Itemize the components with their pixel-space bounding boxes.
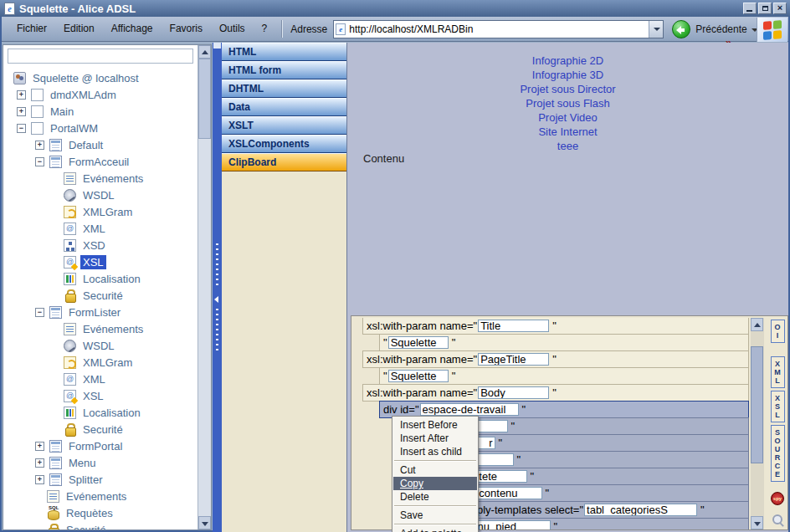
content-link-projet-video[interactable]: Projet Video	[347, 110, 788, 125]
back-button[interactable]	[672, 20, 690, 38]
tree-item-formlister[interactable]: −FormLister	[5, 304, 198, 320]
menu-[interactable]: ?	[254, 17, 276, 41]
tree-item-xsl[interactable]: XSL	[5, 253, 198, 270]
editor-row-value-input[interactable]	[478, 353, 549, 366]
tree-item-ev-nements[interactable]: Evénements	[5, 488, 198, 504]
editor-row-value-input[interactable]	[478, 386, 549, 399]
editor-row-value-input[interactable]	[584, 504, 697, 516]
context-menu-item-insert-after[interactable]: Insert After	[393, 432, 477, 445]
tree-item-securit[interactable]: Securité	[5, 521, 198, 529]
editor-row[interactable]: xsl:with-param name=""	[362, 384, 749, 402]
editor-row[interactable]: xsl:with-param name=""	[362, 318, 749, 335]
menu-edition[interactable]: Edition	[55, 17, 103, 41]
tree-item-xml[interactable]: XML	[5, 371, 198, 387]
tree-item-splitter[interactable]: +Splitter	[5, 471, 198, 488]
tree-item-localisation[interactable]: Localisation	[5, 270, 198, 287]
palette-section-html-form[interactable]: HTML form	[222, 61, 346, 79]
side-button-source[interactable]: SOURCE	[771, 425, 785, 482]
address-dropdown-button[interactable]	[649, 21, 663, 38]
tree-item-menu[interactable]: +Menu	[5, 454, 198, 471]
palette-section-xslcomponents[interactable]: XSLComponents	[222, 135, 346, 153]
editor-row-value-input[interactable]	[420, 403, 519, 416]
palette-section-dhtml[interactable]: DHTML	[222, 79, 346, 98]
tree-search-input[interactable]	[8, 49, 193, 64]
tree-item-formportal[interactable]: +FormPortal	[5, 437, 198, 454]
tree-item-xsl[interactable]: XSL	[5, 387, 198, 404]
tree-item-xsd[interactable]: XSD	[5, 237, 198, 253]
context-menu-item-delete[interactable]: Delete	[393, 490, 477, 504]
tree-item-localisation[interactable]: Localisation	[5, 404, 198, 421]
expand-icon[interactable]: +	[35, 458, 44, 468]
menu-affichage[interactable]: Affichage	[103, 17, 162, 41]
close-button[interactable]: ×	[773, 3, 787, 14]
editor-scrollbar[interactable]	[751, 318, 764, 529]
context-menu-item-add-to-palette[interactable]: Add to palette	[393, 527, 477, 532]
tree-item-xmlgram[interactable]: XMLGram	[5, 354, 198, 371]
tree-item-formacceuil[interactable]: −FormAcceuil	[5, 153, 198, 170]
tree-item-portalwm[interactable]: −PortalWM	[5, 120, 198, 136]
tree-item-ev-nements[interactable]: Evénements	[5, 320, 198, 337]
palette-section-data[interactable]: Data	[222, 98, 346, 116]
palette-section-xslt[interactable]: XSLT	[222, 116, 346, 135]
editor-row-value-input[interactable]	[478, 320, 549, 332]
restore-button[interactable]	[758, 3, 772, 14]
menu-outils[interactable]: Outils	[211, 17, 254, 41]
expand-icon[interactable]: +	[35, 475, 44, 484]
magnifier-icon[interactable]	[772, 514, 784, 526]
collapse-icon[interactable]: −	[35, 308, 44, 317]
palette-section-html[interactable]: HTML	[222, 43, 346, 61]
scroll-down-button[interactable]	[751, 516, 763, 529]
content-link-infographie-2d[interactable]: Infographie 2D	[347, 54, 788, 68]
editor-row[interactable]: ""	[379, 334, 749, 351]
menu-favoris[interactable]: Favoris	[162, 17, 211, 41]
content-link-projet-sous-director[interactable]: Projet sous Director	[347, 82, 788, 96]
scroll-thumb[interactable]	[198, 59, 211, 139]
editor-row-value-input[interactable]	[388, 336, 449, 349]
content-link-projet-sous-flash[interactable]: Projet sous Flash	[347, 96, 788, 110]
side-button-xml[interactable]: XML	[771, 356, 785, 388]
tree-item-ev-nements[interactable]: Evénements	[5, 170, 198, 187]
tree-scrollbar[interactable]	[198, 45, 211, 529]
scroll-up-button[interactable]	[751, 318, 763, 331]
side-button-oi[interactable]: OI	[771, 320, 785, 343]
tree-item-xmlgram[interactable]: XMLGram	[5, 203, 198, 220]
expand-icon[interactable]: +	[35, 141, 44, 150]
editor-row-value-input[interactable]	[388, 370, 449, 382]
tree-item-xml[interactable]: XML	[5, 220, 198, 237]
palette-section-clipboard[interactable]: ClipBoard	[222, 153, 346, 171]
context-menu-item-cut[interactable]: Cut	[393, 463, 477, 477]
minimize-button[interactable]	[743, 3, 757, 14]
context-menu-item-save[interactable]: Save	[393, 509, 477, 522]
tree-item-squelette-localhost[interactable]: Squelette @ localhost	[5, 69, 198, 86]
expand-icon[interactable]: +	[35, 442, 44, 451]
tree-item-dmdxmladm[interactable]: +dmdXMLAdm	[5, 86, 198, 103]
scroll-up-button[interactable]	[198, 45, 211, 59]
tree-item-securit[interactable]: Securité	[5, 287, 198, 304]
spy-icon[interactable]: spy	[771, 492, 784, 505]
content-link-infographie-3d[interactable]: Infographie 3D	[347, 68, 788, 82]
menu-fichier[interactable]: Fichier	[8, 17, 55, 41]
scroll-down-button[interactable]	[198, 516, 211, 529]
tree-item-securit[interactable]: Securité	[5, 421, 198, 437]
expand-icon[interactable]: +	[17, 90, 26, 100]
tree-item-wsdl[interactable]: WSDL	[5, 337, 198, 354]
editor-row[interactable]: ""	[379, 367, 749, 385]
scroll-thumb[interactable]	[751, 346, 763, 463]
side-button-xsl[interactable]: XSL	[771, 391, 785, 422]
content-link-site-internet[interactable]: Site Internet	[347, 125, 788, 139]
collapse-left-icon[interactable]	[214, 296, 218, 303]
context-menu-item-insert-as-child[interactable]: Insert as child	[393, 445, 477, 458]
collapse-icon[interactable]: −	[35, 157, 44, 166]
tree-item-wsdl[interactable]: WSDL	[5, 187, 198, 203]
collapse-icon[interactable]: −	[17, 124, 26, 133]
tree-item-main[interactable]: +Main	[5, 103, 198, 120]
context-menu-item-insert-before[interactable]: Insert Before	[393, 418, 477, 432]
tree-item-default[interactable]: +Default	[5, 136, 198, 153]
splitter-bar[interactable]	[213, 43, 222, 532]
tree-item-requ-tes[interactable]: Requètes	[5, 504, 198, 521]
expand-icon[interactable]: +	[17, 107, 26, 116]
context-menu-item-copy[interactable]: Copy	[393, 477, 477, 490]
editor-row[interactable]: xsl:with-param name=""	[362, 350, 749, 368]
address-input[interactable]	[346, 22, 649, 37]
editor-row[interactable]: xsl:apply-templates select=""	[444, 501, 749, 519]
